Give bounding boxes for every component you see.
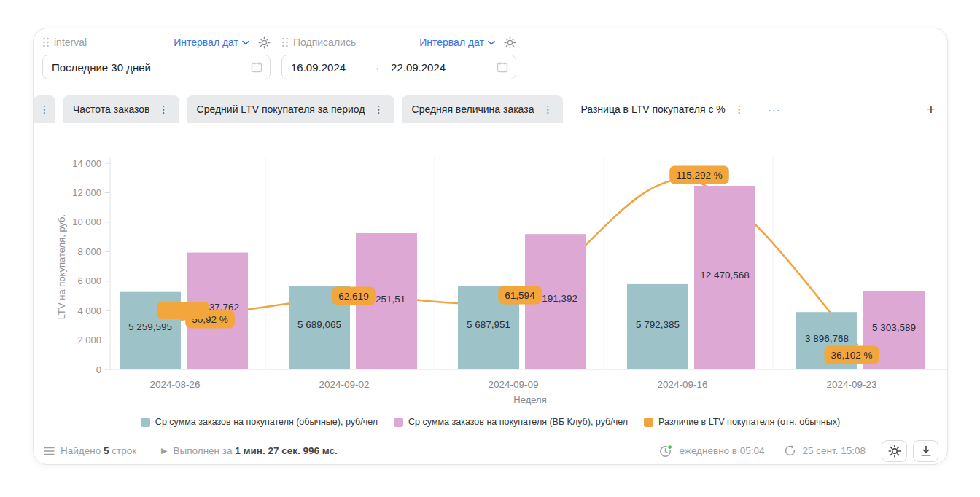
legend-item-0[interactable]: Ср сумма заказов на покупателя (обычные)… — [141, 417, 378, 427]
filter-settings-button[interactable] — [258, 36, 271, 49]
x-tick-label: 2024-09-23 — [826, 379, 876, 390]
date-range-input-interval[interactable]: Последние 30 дней — [42, 55, 271, 79]
tab-menu-icon[interactable]: ⋮ — [374, 104, 384, 114]
date-from-value: 16.09.2024 — [291, 61, 346, 74]
status-bar: Найдено 5 строк ▶ Выполнен за 1 мин. 27 … — [34, 437, 947, 464]
filter-type-label: Интервал дат — [174, 36, 238, 48]
filter-type-select[interactable]: Интервал дат — [174, 36, 249, 48]
execution-time[interactable]: ▶ Выполнен за 1 мин. 27 сек. 996 мс. — [161, 445, 338, 456]
badge-label: 115,292 % — [676, 170, 723, 181]
tab-stub[interactable]: ⋮ — [34, 95, 55, 123]
play-icon: ▶ — [161, 446, 167, 455]
filter-widget-interval: interval Интервал дат — [42, 34, 271, 79]
drag-handle-icon[interactable] — [281, 36, 289, 48]
filter-widget-subscribed: Подписались Интервал дат — [281, 34, 516, 79]
line-point-badge-3: 115,292 % — [669, 166, 729, 184]
tab-label: Разница в LTV покупателя с % — [580, 103, 725, 115]
gear-icon — [504, 36, 516, 49]
bar-regular-label: 5 687,951 — [467, 319, 510, 330]
gear-icon — [888, 445, 901, 458]
filter-type-label: Интервал дат — [419, 36, 484, 48]
tab-menu-icon[interactable]: ⋮ — [542, 104, 553, 114]
badge-label: 62,619 — [338, 291, 368, 302]
badge-label: 61,594 — [505, 290, 535, 301]
legend-item-1[interactable]: Ср сумма заказов на покупателя (ВБ Клуб)… — [394, 417, 628, 427]
bar-regular-label: 5 689,065 — [298, 319, 341, 330]
y-tick-label: 4 000 — [77, 305, 101, 316]
chart-settings-button[interactable] — [882, 440, 907, 462]
legend-label: Ср сумма заказов на покупателя (обычные)… — [155, 417, 378, 427]
drag-handle-icon[interactable] — [42, 36, 50, 48]
calendar-icon[interactable] — [251, 61, 262, 73]
x-tick-label: 2024-09-09 — [488, 379, 538, 390]
badge-label: 36,102 % — [831, 350, 872, 361]
rows-found-text: Найдено 5 строк — [61, 445, 136, 456]
line-point-badge-2: 61,594 — [498, 286, 542, 305]
tab-2[interactable]: Средний LTV покупателя за период⋮ — [187, 95, 394, 123]
tab-label: Частота заказов — [73, 103, 150, 115]
badge-overlap-artifact — [157, 302, 209, 319]
legend-item-2[interactable]: Различие в LTV покупателя (отн. обычных) — [644, 417, 840, 427]
dashboard-card: interval Интервал дат — [33, 28, 948, 465]
tabs-overflow-button[interactable]: ··· — [763, 103, 785, 116]
refresh-icon — [784, 445, 796, 457]
filter-settings-button[interactable] — [504, 36, 516, 49]
chevron-down-icon — [488, 40, 495, 45]
chart-legend: Ср сумма заказов на покупателя (обычные)… — [34, 417, 947, 427]
x-axis-title: Неделя — [513, 394, 546, 405]
date-range-value: Последние 30 дней — [52, 61, 151, 74]
filter-name: Подписались — [293, 36, 356, 48]
x-tick-label: 2024-08-26 — [149, 379, 200, 390]
rows-found-count: 5 — [104, 445, 109, 456]
tab-label: Средняя величина заказа — [412, 103, 534, 115]
refreshed-text: 25 сент. 15:08 — [803, 445, 866, 456]
clock-schedule-icon — [659, 445, 673, 458]
tab-4[interactable]: Разница в LTV покупателя с %⋮ — [570, 95, 754, 123]
tab-label: Средний LTV покупателя за период — [197, 103, 365, 115]
arrow-right-icon: → — [370, 61, 381, 73]
legend-chip — [644, 418, 653, 427]
legend-label: Ср сумма заказов на покупателя (ВБ Клуб)… — [408, 417, 628, 427]
tab-menu-icon[interactable]: ⋮ — [39, 104, 50, 114]
bar-club-label: 12 470,568 — [700, 270, 750, 281]
y-axis-title: LTV на покупателя, руб. — [56, 214, 67, 319]
refresh-status[interactable]: 25 сент. 15:08 — [784, 445, 866, 457]
y-tick-label: 8 000 — [77, 246, 101, 257]
rows-icon — [44, 447, 55, 455]
calendar-icon[interactable] — [497, 61, 508, 73]
x-tick-label: 2024-09-02 — [319, 379, 369, 390]
add-tab-button[interactable]: + — [922, 101, 947, 118]
bar-regular-label: 5 792,385 — [636, 319, 680, 330]
ltv-difference-chart: 02 0004 0006 0008 00010 00012 00014 000L… — [34, 123, 948, 438]
bar-regular-label: 5 259,595 — [128, 321, 172, 332]
execution-time-text: Выполнен за 1 мин. 27 сек. 996 мс. — [174, 445, 338, 456]
tab-3[interactable]: Средняя величина заказа⋮ — [402, 95, 564, 123]
y-tick-label: 6 000 — [77, 275, 101, 286]
bar-club-label: 5 303,589 — [872, 322, 916, 333]
date-range-input-subscribed[interactable]: 16.09.2024 → 22.09.2024 — [281, 55, 516, 79]
y-tick-label: 2 000 — [77, 334, 101, 345]
date-to-value: 22.09.2024 — [391, 61, 446, 74]
tab-1[interactable]: Частота заказов⋮ — [63, 95, 179, 123]
schedule-status[interactable]: ежедневно в 05:04 — [659, 445, 765, 458]
tab-menu-icon[interactable]: ⋮ — [734, 104, 744, 114]
y-tick-label: 14 000 — [72, 158, 101, 169]
filter-type-select[interactable]: Интервал дат — [419, 36, 495, 48]
line-point-badge-4: 36,102 % — [824, 346, 879, 364]
schedule-text: ежедневно в 05:04 — [680, 445, 765, 456]
legend-label: Различие в LTV покупателя (отн. обычных) — [658, 417, 840, 427]
tab-strip: ⋮Частота заказов⋮Средний LTV покупателя … — [34, 95, 947, 123]
download-icon — [920, 445, 932, 457]
legend-chip — [141, 418, 150, 427]
gear-icon — [258, 36, 271, 49]
download-button[interactable] — [913, 440, 938, 462]
chevron-down-icon — [242, 40, 249, 45]
bar-regular-label: 3 896,768 — [805, 333, 849, 344]
y-tick-label: 12 000 — [72, 187, 101, 198]
filter-name: interval — [54, 36, 87, 48]
y-tick-label: 0 — [96, 364, 101, 375]
legend-chip — [394, 418, 403, 427]
line-point-badge-1: 62,619 — [332, 287, 375, 305]
x-tick-label: 2024-09-16 — [657, 379, 707, 390]
tab-menu-icon[interactable]: ⋮ — [159, 104, 169, 114]
